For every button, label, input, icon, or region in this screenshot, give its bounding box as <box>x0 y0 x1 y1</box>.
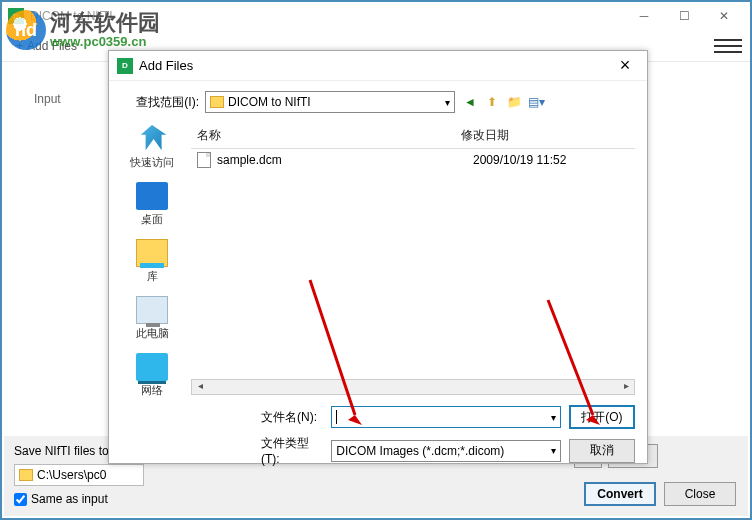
close-button[interactable]: ✕ <box>704 4 744 28</box>
menu-button[interactable] <box>714 35 742 57</box>
back-icon[interactable]: ◄ <box>461 93 479 111</box>
close-main-button[interactable]: Close <box>664 482 736 506</box>
convert-button[interactable]: Convert <box>584 482 656 506</box>
scroll-left-icon[interactable]: ◂ <box>192 380 208 394</box>
svg-marker-1 <box>348 415 362 425</box>
place-library[interactable]: 库 <box>121 237 183 286</box>
svg-line-2 <box>548 300 593 415</box>
dialog-title: Add Files <box>139 58 611 73</box>
svg-line-0 <box>310 280 355 415</box>
up-icon[interactable]: ⬆ <box>483 93 501 111</box>
watermark-url: www.pc0359.cn <box>50 34 160 49</box>
file-row[interactable]: sample.dcm 2009/10/19 11:52 <box>191 149 635 171</box>
place-desktop[interactable]: 桌面 <box>121 180 183 229</box>
filetype-value: DICOM Images (*.dcm;*.dicom) <box>336 444 504 458</box>
dialog-app-icon: D <box>117 58 133 74</box>
place-network[interactable]: 网络 <box>121 351 183 400</box>
annotation-arrow <box>300 270 380 443</box>
column-name[interactable]: 名称 <box>191 127 461 144</box>
maximize-button[interactable]: ☐ <box>664 4 704 28</box>
library-label: 库 <box>147 269 158 284</box>
library-icon <box>136 239 168 267</box>
network-icon <box>136 353 168 381</box>
chevron-down-icon: ▾ <box>445 97 450 108</box>
same-as-input-checkbox[interactable] <box>14 493 27 506</box>
desktop-icon <box>136 182 168 210</box>
annotation-arrow <box>538 290 618 443</box>
quick-access-label: 快速访问 <box>130 155 174 170</box>
new-folder-icon[interactable]: 📁 <box>505 93 523 111</box>
dialog-close-button[interactable]: × <box>611 55 639 76</box>
file-date: 2009/10/19 11:52 <box>473 153 603 167</box>
watermark: hd 河东软件园 www.pc0359.cn <box>6 10 160 50</box>
dialog-titlebar: D Add Files × <box>109 51 647 81</box>
column-date[interactable]: 修改日期 <box>461 127 591 144</box>
chevron-down-icon: ▾ <box>551 445 556 456</box>
view-menu-icon[interactable]: ▤▾ <box>527 93 545 111</box>
output-path-text: C:\Users\pc0 <box>37 468 106 482</box>
pc-label: 此电脑 <box>136 326 169 341</box>
place-this-pc[interactable]: 此电脑 <box>121 294 183 343</box>
file-name: sample.dcm <box>217 153 473 167</box>
lookin-label: 查找范围(I): <box>121 94 199 111</box>
scroll-right-icon[interactable]: ▸ <box>618 380 634 394</box>
input-label: Input <box>34 92 61 106</box>
same-as-input-label: Same as input <box>31 492 108 506</box>
file-header: 名称 修改日期 <box>191 123 635 149</box>
quick-access-icon <box>136 125 168 153</box>
folder-icon <box>210 96 224 108</box>
pc-icon <box>136 296 168 324</box>
svg-marker-3 <box>586 415 600 425</box>
file-icon <box>197 152 211 168</box>
lookin-select[interactable]: DICOM to NIfTI ▾ <box>205 91 455 113</box>
places-bar: 快速访问 桌面 库 此电脑 网络 <box>121 123 183 472</box>
lookin-value: DICOM to NIfTI <box>228 95 311 109</box>
folder-icon <box>19 469 33 481</box>
place-quick-access[interactable]: 快速访问 <box>121 123 183 172</box>
watermark-title: 河东软件园 <box>50 12 160 34</box>
save-to-label: Save NIfTI files to <box>14 444 109 458</box>
desktop-label: 桌面 <box>141 212 163 227</box>
watermark-logo-icon: hd <box>6 10 46 50</box>
network-label: 网络 <box>141 383 163 398</box>
minimize-button[interactable]: ─ <box>624 4 664 28</box>
